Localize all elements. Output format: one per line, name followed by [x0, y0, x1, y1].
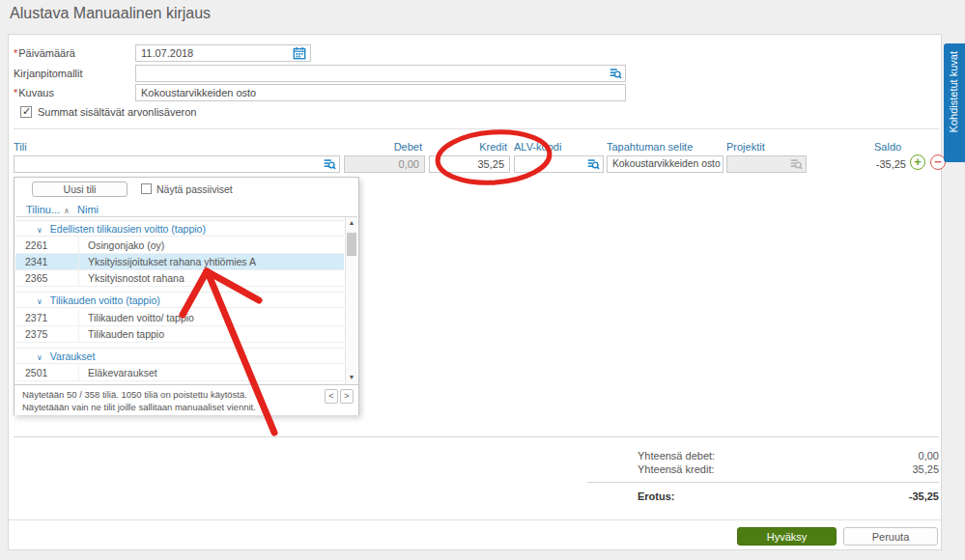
picker-footer: Näytetään 50 / 358 tiliä. 1050 tiliä on … — [14, 384, 358, 415]
account-picker-dropdown: Uusi tili Näytä passiiviset Tilinu...∧ N… — [14, 177, 359, 415]
account-row[interactable]: 2375Tilikauden tappio — [15, 326, 344, 343]
scroll-up-icon[interactable]: ▲ — [346, 217, 357, 229]
matched-images-tab-label: Kohdistetut kuvat — [948, 51, 959, 132]
project-lookup-icon — [789, 157, 803, 171]
column-header-saldo[interactable]: Saldo — [874, 141, 901, 153]
description-label: Kuvaus — [14, 87, 54, 98]
page-next-button[interactable]: > — [340, 389, 354, 404]
column-header-selite[interactable]: Tapahtuman selite — [607, 141, 693, 153]
account-row[interactable]: 2365Yksityisnostot rahana — [15, 270, 344, 287]
page-title: Alustava Manuaalinen kirjaus — [10, 5, 211, 22]
templates-label: Kirjanpitomallit — [14, 68, 83, 79]
total-kredit-label: Yhteensä kredit: — [638, 463, 715, 475]
picker-column-number[interactable]: Tilinu...∧ — [26, 204, 70, 215]
page-prev-button[interactable]: < — [325, 389, 338, 404]
column-header-projektit[interactable]: Projektit — [726, 141, 765, 153]
total-debet-value: 0,00 — [862, 450, 939, 462]
section-divider — [14, 128, 939, 129]
account-input[interactable] — [14, 155, 340, 173]
chevron-down-icon: ∨ — [37, 226, 43, 235]
row-saldo-value: -35,25 — [850, 158, 906, 170]
matched-images-tab[interactable]: Kohdistetut kuvat — [944, 43, 965, 162]
totals-top-divider — [14, 436, 939, 437]
scroll-down-icon[interactable]: ▼ — [346, 372, 357, 383]
add-row-button[interactable]: + — [910, 154, 925, 170]
picker-column-name[interactable]: Nimi — [77, 204, 99, 215]
total-debet-label: Yhteensä debet: — [638, 450, 715, 462]
show-passive-checkbox[interactable] — [141, 183, 152, 194]
column-header-debet[interactable]: Debet — [344, 141, 422, 153]
totals-divider — [587, 482, 939, 483]
date-label: Päivämäärä — [14, 47, 75, 59]
show-passive-label: Näytä passiiviset — [156, 183, 233, 195]
scrollbar-thumb[interactable] — [347, 233, 356, 256]
account-group-header[interactable]: ∨Varaukset — [15, 348, 344, 364]
templates-input[interactable] — [135, 65, 626, 82]
column-header-alv[interactable]: ALV-koodi — [514, 141, 561, 153]
difference-value: -35,25 — [862, 490, 939, 502]
account-row[interactable]: 2501Eläkevaraukset — [15, 365, 344, 381]
chevron-down-icon: ∨ — [37, 353, 43, 362]
manual-journal-entry-page: { "page": { "title": "Alustava Manuaalin… — [0, 0, 965, 560]
lookup-icon[interactable] — [609, 67, 622, 80]
footer-divider — [9, 519, 941, 520]
calendar-icon[interactable] — [293, 46, 306, 60]
date-input[interactable]: 11.07.2018 — [135, 44, 311, 62]
sort-asc-icon: ∧ — [64, 207, 70, 215]
chevron-down-icon: ∨ — [37, 297, 43, 306]
kredit-input[interactable]: 35,25 — [429, 155, 510, 173]
approve-button[interactable]: Hyväksy — [737, 527, 837, 546]
account-group-header[interactable]: ∨Tilikauden voitto (tappio) — [15, 292, 344, 308]
description-input[interactable]: Kokoustarvikkeiden osto — [135, 84, 626, 101]
column-header-tili[interactable]: Tili — [14, 141, 27, 153]
account-lookup-icon[interactable] — [323, 157, 336, 171]
new-account-button[interactable]: Uusi tili — [32, 182, 128, 197]
total-kredit-value: 35,25 — [862, 463, 939, 475]
account-row[interactable]: 2261Osingonjako (oy) — [15, 238, 344, 254]
account-group-header[interactable]: ∨Edellisten tilikausien voitto (tappio) — [15, 220, 344, 237]
picker-footer-line1: Näytetään 50 / 358 tiliä. 1050 tiliä on … — [22, 389, 247, 400]
picker-footer-line2: Näytetäään vain ne tilit joille sallitaa… — [22, 402, 256, 412]
vat-included-checkbox[interactable] — [20, 106, 32, 118]
debet-input: 0,00 — [344, 155, 425, 173]
cancel-button[interactable]: Peruuta — [843, 527, 938, 546]
transaction-description-input[interactable]: Kokoustarvikkeiden osto — [607, 155, 724, 173]
picker-header-divider — [15, 216, 357, 217]
account-row[interactable]: 2371Tilikauden voitto/ tappio — [15, 310, 344, 326]
vat-included-label: Summat sisältävät arvonlisäveron — [38, 106, 196, 118]
vat-code-lookup-icon[interactable] — [586, 157, 600, 171]
difference-label: Erotus: — [638, 490, 675, 502]
account-row-selected[interactable]: 2341Yksityissijoitukset rahana yhtiömies… — [15, 254, 344, 270]
column-header-kredit[interactable]: Kredit — [429, 141, 507, 153]
picker-scrollbar[interactable]: ▲ ▼ — [345, 217, 357, 384]
